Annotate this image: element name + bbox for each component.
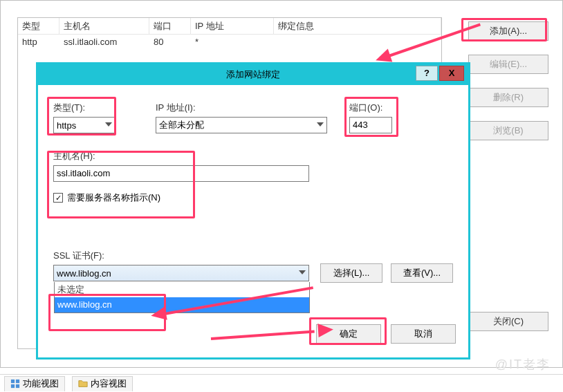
dialog-titlebar: 添加网站绑定 ? X — [38, 64, 468, 85]
type-value: https — [57, 120, 76, 131]
ssl-option-none[interactable]: 未选定 — [55, 282, 309, 297]
watermark: @IT老李 — [495, 356, 551, 373]
chevron-down-icon — [299, 270, 306, 274]
ip-select[interactable]: 全部未分配 — [156, 117, 327, 133]
cell-bind — [274, 35, 441, 51]
chevron-down-icon — [105, 122, 112, 127]
type-label: 类型(T): — [53, 102, 116, 114]
cell-type: http — [18, 35, 59, 51]
ssl-cert-value: www.liblog.cn — [57, 268, 111, 279]
svg-rect-3 — [16, 384, 19, 388]
ssl-label: SSL 证书(F): — [53, 250, 309, 262]
tab-content-view[interactable]: 内容视图 — [72, 376, 133, 391]
ok-button[interactable]: 确定 — [316, 324, 381, 344]
edit-button[interactable]: 编辑(E)... — [468, 55, 548, 74]
add-button[interactable]: 添加(A)... — [468, 21, 548, 41]
cell-host: ssl.itlaoli.com — [59, 35, 149, 51]
table-header: 类型 主机名 端口 IP 地址 绑定信息 — [18, 18, 441, 35]
port-input[interactable]: 443 — [349, 117, 392, 133]
svg-rect-2 — [11, 384, 15, 388]
checkbox-icon: ✓ — [53, 193, 63, 203]
select-cert-button[interactable]: 选择(L)... — [320, 263, 382, 283]
add-binding-dialog: 添加网站绑定 ? X 类型(T): https IP 地址(I): 全部未分配 … — [36, 62, 470, 360]
view-tabs: 功能视图 内容视图 — [0, 374, 563, 392]
table-row[interactable]: http ssl.itlaoli.com 80 * — [18, 35, 441, 51]
host-input[interactable]: ssl.itlaoli.com — [53, 165, 309, 182]
close-button[interactable]: X — [439, 66, 464, 81]
svg-rect-1 — [16, 380, 19, 383]
tab-feature-view[interactable]: 功能视图 — [4, 376, 65, 391]
tab-content-label: 内容视图 — [91, 377, 127, 390]
ssl-option-cert[interactable]: www.liblog.cn — [55, 297, 309, 312]
cancel-button[interactable]: 取消 — [391, 324, 456, 344]
col-ip: IP 地址 — [191, 18, 274, 34]
cell-ip: * — [191, 35, 274, 51]
chevron-down-icon — [317, 122, 324, 127]
dialog-body: 类型(T): https IP 地址(I): 全部未分配 端口(O): 443 … — [38, 85, 468, 357]
ssl-dropdown: 未选定 www.liblog.cn — [54, 282, 310, 313]
grid-icon — [10, 379, 20, 389]
host-label: 主机名(H): — [53, 150, 309, 162]
help-button[interactable]: ? — [416, 66, 438, 81]
tab-feature-label: 功能视图 — [23, 377, 59, 390]
sni-label: 需要服务器名称指示(N) — [67, 192, 160, 204]
type-select[interactable]: https — [53, 117, 116, 133]
cell-port: 80 — [149, 35, 191, 51]
dialog-title: 添加网站绑定 — [226, 69, 280, 80]
sni-checkbox[interactable]: ✓ 需要服务器名称指示(N) — [53, 192, 160, 204]
ssl-cert-select[interactable]: www.liblog.cn 未选定 www.liblog.cn — [53, 265, 309, 281]
remove-button[interactable]: 删除(R) — [468, 88, 548, 107]
ip-label: IP 地址(I): — [156, 102, 327, 114]
close-parent-button[interactable]: 关闭(C) — [468, 312, 548, 331]
browse-button[interactable]: 浏览(B) — [468, 121, 548, 140]
col-host: 主机名 — [59, 18, 149, 34]
view-cert-button[interactable]: 查看(V)... — [391, 263, 453, 283]
folder-icon — [78, 379, 88, 389]
col-port: 端口 — [149, 18, 191, 34]
ip-value: 全部未分配 — [159, 119, 204, 131]
col-type: 类型 — [18, 18, 59, 34]
svg-rect-0 — [11, 380, 15, 383]
port-label: 端口(O): — [349, 102, 392, 114]
col-bind: 绑定信息 — [274, 18, 441, 34]
